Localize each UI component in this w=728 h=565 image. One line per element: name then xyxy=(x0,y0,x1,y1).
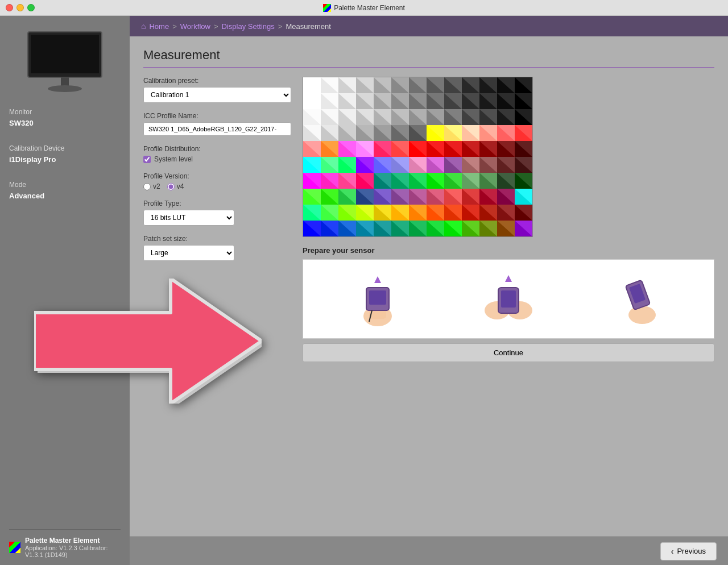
sensor-title: Prepare your sensor xyxy=(303,246,714,255)
patch-cell xyxy=(427,77,444,93)
previous-button[interactable]: ‹ Previous xyxy=(660,542,717,560)
patch-cell xyxy=(409,205,427,221)
svg-marker-97 xyxy=(303,189,321,205)
svg-marker-64 xyxy=(409,141,427,157)
patch-cell xyxy=(515,205,532,221)
patch-cell xyxy=(479,205,497,221)
patch-cell xyxy=(444,109,462,125)
patch-cell xyxy=(444,93,462,109)
calibration-device-name: i1Display Pro xyxy=(9,154,121,166)
patch-cell xyxy=(479,173,497,189)
icc-profile-input[interactable] xyxy=(143,122,291,136)
profile-distribution-group: Profile Distribution: System level xyxy=(143,145,291,163)
footer-logo xyxy=(9,542,20,553)
patch-cell xyxy=(356,125,374,141)
svg-marker-24 xyxy=(391,93,409,109)
svg-marker-131 xyxy=(444,221,462,236)
svg-marker-49 xyxy=(374,125,391,141)
svg-marker-37 xyxy=(391,109,409,125)
svg-marker-63 xyxy=(391,141,409,157)
patch-cell xyxy=(444,157,462,173)
svg-marker-50 xyxy=(391,125,409,141)
bottom-bar: ‹ Previous xyxy=(130,537,728,565)
patch-cell xyxy=(321,157,338,173)
svg-rect-145 xyxy=(501,290,516,308)
close-button[interactable] xyxy=(6,4,13,11)
patch-cell xyxy=(356,141,374,157)
profile-type-group: Profile Type: 16 bits LUT 8 bits LUT Mat… xyxy=(143,200,291,226)
svg-marker-92 xyxy=(444,173,462,189)
svg-marker-96 xyxy=(515,173,532,189)
svg-marker-13 xyxy=(427,77,444,93)
svg-marker-23 xyxy=(374,93,391,109)
window-controls[interactable] xyxy=(6,4,35,11)
v2-radio[interactable] xyxy=(143,183,151,190)
calibration-device-label: Calibration Device i1Display Pro xyxy=(9,143,121,166)
patch-cell xyxy=(427,141,444,157)
svg-marker-88 xyxy=(374,173,391,189)
patch-set-size-select[interactable]: Small Medium Large Extra Large xyxy=(143,245,234,261)
patch-cell xyxy=(462,157,479,173)
v4-radio-label[interactable]: v4 xyxy=(167,182,184,190)
svg-marker-140 xyxy=(374,276,381,283)
calibration-preset-select[interactable]: Calibration 1 Calibration 2 Calibration … xyxy=(143,87,291,103)
svg-marker-73 xyxy=(338,157,356,173)
continue-button[interactable]: Continue xyxy=(303,343,714,362)
patch-cell xyxy=(338,125,356,141)
svg-marker-108 xyxy=(497,189,515,205)
svg-marker-107 xyxy=(479,189,497,205)
system-level-label[interactable]: System level xyxy=(154,155,193,163)
patch-cell xyxy=(497,157,515,173)
svg-marker-69 xyxy=(497,141,515,157)
patch-cell xyxy=(515,77,532,93)
patch-cell xyxy=(356,109,374,125)
patch-cell xyxy=(409,77,427,93)
v2-radio-label[interactable]: v2 xyxy=(143,182,160,190)
svg-marker-112 xyxy=(338,205,356,221)
svg-marker-133 xyxy=(479,221,497,236)
svg-rect-139 xyxy=(369,290,386,305)
svg-marker-11 xyxy=(391,77,409,93)
patch-cell xyxy=(321,205,338,221)
patch-cell xyxy=(321,189,338,205)
svg-marker-68 xyxy=(479,141,497,157)
svg-marker-7 xyxy=(321,77,338,93)
patch-cell xyxy=(462,77,479,93)
patch-grid xyxy=(303,77,533,237)
home-icon[interactable]: ⌂ xyxy=(141,22,146,31)
breadcrumb-display-settings[interactable]: Display Settings xyxy=(222,22,275,31)
svg-marker-84 xyxy=(303,173,321,189)
profile-type-select[interactable]: 16 bits LUT 8 bits LUT Matrix xyxy=(143,210,234,226)
patch-cell xyxy=(479,77,497,93)
svg-marker-126 xyxy=(356,221,374,236)
patch-cell xyxy=(391,157,409,173)
svg-marker-72 xyxy=(321,157,338,173)
patch-cell xyxy=(479,109,497,125)
system-level-checkbox[interactable] xyxy=(143,156,151,163)
v4-radio[interactable] xyxy=(167,183,175,190)
svg-marker-57 xyxy=(515,125,532,141)
svg-marker-109 xyxy=(515,189,532,205)
patch-cell xyxy=(374,93,391,109)
maximize-button[interactable] xyxy=(27,4,35,11)
patch-cell xyxy=(444,77,462,93)
svg-marker-19 xyxy=(303,93,321,109)
patch-cell xyxy=(497,141,515,157)
breadcrumb-workflow[interactable]: Workflow xyxy=(180,22,210,31)
patch-cell xyxy=(444,189,462,205)
patch-cell xyxy=(515,109,532,125)
patch-cell xyxy=(497,93,515,109)
patch-cell xyxy=(374,125,391,141)
patch-cell xyxy=(321,173,338,189)
svg-marker-15 xyxy=(462,77,479,93)
patch-cell xyxy=(462,189,479,205)
svg-marker-12 xyxy=(409,77,427,93)
svg-marker-87 xyxy=(356,173,374,189)
svg-marker-127 xyxy=(374,221,391,236)
breadcrumb-home[interactable]: Home xyxy=(149,22,169,31)
patch-cell xyxy=(391,109,409,125)
sensor-images xyxy=(303,259,714,339)
minimize-button[interactable] xyxy=(16,4,24,11)
svg-marker-56 xyxy=(497,125,515,141)
sidebar-monitor-section: Monitor SW320 xyxy=(9,107,121,134)
